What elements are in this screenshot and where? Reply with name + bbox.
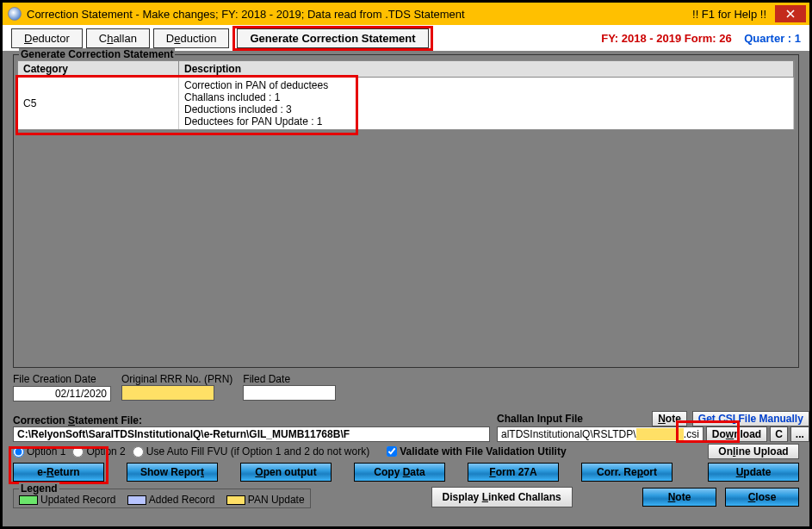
note-button[interactable]: Note bbox=[652, 411, 687, 426]
file-creation-date-label: File Creation Date bbox=[13, 373, 111, 385]
table-row[interactable]: C5 Correction in PAN of deductees Challa… bbox=[17, 78, 795, 130]
fy-info: FY: 2018 - 2019 Form: 26 Quarter : 1 bbox=[601, 32, 801, 45]
download-button[interactable]: Download bbox=[706, 426, 767, 442]
help-hint: !! F1 for Help !! bbox=[692, 8, 766, 21]
validate-checkbox[interactable]: Validate with File Validation Utility bbox=[387, 445, 566, 457]
show-report-button[interactable]: Show Report bbox=[127, 463, 218, 482]
swatch-updated-icon bbox=[19, 495, 38, 505]
browse-button[interactable]: ... bbox=[790, 426, 809, 442]
challan-input-file-label: Challan Input File bbox=[497, 413, 647, 425]
option-2-radio[interactable]: Option 2 bbox=[72, 445, 125, 457]
legend-added: Added Record bbox=[149, 494, 215, 506]
display-linked-challans-button[interactable]: Display Linked Challans bbox=[431, 487, 573, 507]
correction-file-label: Correction Statement File: bbox=[13, 414, 142, 426]
update-button[interactable]: Update bbox=[708, 463, 799, 482]
e-return-button[interactable]: e-Return bbox=[13, 463, 104, 482]
legend-updated: Updated Record bbox=[40, 494, 115, 506]
desc-pan-correction: Correction in PAN of deductees bbox=[184, 79, 788, 91]
tab-challan[interactable]: Challan bbox=[86, 28, 150, 48]
desc-deductions-included: Deductions included : 3 bbox=[184, 103, 788, 115]
legend-title: Legend bbox=[19, 482, 59, 495]
online-upload-button[interactable]: Online Upload bbox=[708, 444, 799, 459]
original-rrr-field[interactable] bbox=[121, 385, 214, 401]
tab-generate-correction[interactable]: Generate Correction Statement bbox=[237, 28, 428, 48]
desc-deductees-pan-update: Deductees for PAN Update : 1 bbox=[184, 115, 788, 128]
tab-deduction[interactable]: Deduction bbox=[153, 28, 230, 48]
challan-input-file-field[interactable]: alTDSInstitutionalQ\RSLTDP\ .csi bbox=[497, 426, 704, 442]
get-csi-manually-button[interactable]: Get CSI File Manually bbox=[692, 411, 809, 426]
close-icon bbox=[786, 9, 795, 18]
tab-bar: Deductor Challan Deduction Generate Corr… bbox=[3, 25, 809, 51]
open-output-button[interactable]: Open output bbox=[240, 463, 332, 482]
window-title: Correction Statement - Make changes; FY:… bbox=[27, 8, 692, 21]
legend-group: Legend Updated Record Added Record PAN U… bbox=[13, 489, 311, 508]
cell-description: Correction in PAN of deductees Challans … bbox=[179, 78, 794, 129]
swatch-pan-icon bbox=[226, 495, 245, 505]
swatch-added-icon bbox=[127, 495, 146, 505]
window-titlebar: Correction Statement - Make changes; FY:… bbox=[3, 3, 809, 25]
tab-deductor[interactable]: Deductor bbox=[11, 28, 83, 48]
form-27a-button[interactable]: Form 27A bbox=[468, 463, 559, 482]
option-1-radio[interactable]: Option 1 bbox=[13, 445, 65, 457]
column-category[interactable]: Category bbox=[18, 61, 179, 77]
desc-challans-included: Challans included : 1 bbox=[184, 91, 788, 103]
app-icon bbox=[8, 7, 22, 21]
column-description[interactable]: Description bbox=[179, 61, 794, 77]
cell-category: C5 bbox=[18, 78, 179, 129]
auto-fill-fvu-radio[interactable]: Use Auto Fill FVU (if Option 1 and 2 do … bbox=[133, 445, 369, 457]
c-button[interactable]: C bbox=[770, 426, 788, 442]
highlight-box: Generate Correction Statement bbox=[232, 26, 432, 51]
generate-correction-group: Generate Correction Statement Category D… bbox=[13, 54, 799, 368]
note-button-large[interactable]: Note bbox=[642, 488, 716, 507]
group-title: Generate Correction Statement bbox=[19, 48, 175, 60]
copy-data-button[interactable]: Copy Data bbox=[354, 463, 445, 482]
grid-header: Category Description bbox=[17, 60, 795, 78]
legend-pan: PAN Update bbox=[248, 494, 305, 506]
original-rrr-label: Original RRR No. (PRN) bbox=[121, 373, 232, 385]
close-button[interactable]: Close bbox=[725, 488, 799, 507]
corr-report-button[interactable]: Corr. Report bbox=[581, 463, 673, 482]
filed-date-field[interactable] bbox=[243, 385, 336, 401]
window-close-button[interactable] bbox=[775, 5, 806, 22]
filed-date-label: Filed Date bbox=[243, 373, 336, 385]
correction-file-input[interactable]: C:\RelyonSoft\SaralTDSInstitutionalQ\e-R… bbox=[13, 426, 490, 442]
file-creation-date-field[interactable]: 02/11/2020 bbox=[13, 386, 111, 401]
